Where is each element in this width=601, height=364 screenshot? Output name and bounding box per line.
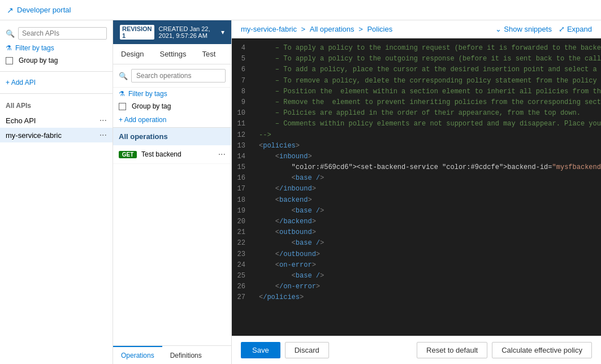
ops-filter-icon: ⚗ — [119, 90, 125, 98]
all-operations-label: All operations — [113, 128, 231, 145]
top-bar: ↗ Developer portal — [0, 0, 601, 20]
discard-button[interactable]: Discard — [285, 342, 329, 358]
api-name-echo: Echo API — [6, 116, 100, 125]
ops-filter-tags[interactable]: ⚗ Filter by tags — [113, 88, 231, 100]
dev-portal-label[interactable]: Developer portal — [17, 6, 71, 14]
search-apis-input[interactable] — [18, 27, 107, 40]
code-content[interactable]: – To apply a policy to the incoming requ… — [254, 38, 601, 336]
sidebar-group-by-tag[interactable]: Group by tag — [0, 54, 113, 67]
sidebar-search-container: 🔍 — [0, 25, 113, 42]
left-sidebar: 🔍 ⚗ Filter by tags Group by tag + Add AP… — [0, 20, 113, 364]
all-apis-label: All APIs — [0, 98, 113, 113]
save-button[interactable]: Save — [241, 342, 280, 358]
breadcrumb-ops[interactable]: All operations — [310, 25, 354, 33]
reset-to-default-button[interactable]: Reset to default — [417, 342, 487, 358]
right-actions: ⌄ Show snippets ⤢ Expand — [495, 25, 592, 33]
tab-design[interactable]: Design — [113, 45, 152, 64]
breadcrumb-api[interactable]: my-service-fabric — [241, 25, 297, 33]
op-more-button[interactable]: ··· — [218, 149, 226, 159]
revision-label: REVISION 1 — [120, 25, 154, 40]
ops-search-icon: 🔍 — [119, 72, 128, 80]
breadcrumb-sep-2: > — [358, 25, 365, 33]
chevron-down-icon[interactable]: ▾ — [221, 28, 224, 36]
bottom-tabs: Operations Definitions — [113, 345, 231, 364]
api-more-button-fabric[interactable]: ··· — [100, 131, 107, 140]
ops-group-checkbox[interactable] — [119, 103, 126, 110]
sidebar-api-item-fabric[interactable]: my-service-fabric ··· — [0, 128, 113, 142]
breadcrumb-policies: Policies — [367, 25, 392, 33]
sidebar-api-item-echo[interactable]: Echo API ··· — [0, 113, 113, 128]
bottom-tab-operations[interactable]: Operations — [113, 346, 162, 364]
show-snippets-button[interactable]: ⌄ Show snippets — [495, 25, 552, 33]
sidebar-divider-2 — [0, 93, 113, 94]
main-layout: 🔍 ⚗ Filter by tags Group by tag + Add AP… — [0, 20, 601, 364]
footer-right-actions: Reset to default Calculate effective pol… — [417, 342, 592, 358]
bottom-tab-definitions[interactable]: Definitions — [162, 346, 210, 364]
op-method-badge: GET — [119, 151, 137, 158]
api-name-fabric: my-service-fabric — [6, 131, 100, 140]
revision-info: CREATED Jan 22, 2021, 9:57:26 AM — [159, 25, 214, 39]
right-panel: my-service-fabric > All operations > Pol… — [232, 20, 601, 364]
add-operation-button[interactable]: + Add operation — [113, 112, 231, 128]
ops-search-container: 🔍 — [113, 64, 231, 88]
line-numbers: 4567891011121314151617181920212223242526… — [232, 38, 254, 336]
expand-button[interactable]: ⤢ Expand — [559, 25, 592, 33]
external-link-icon: ↗ — [7, 6, 14, 15]
tab-settings[interactable]: Settings — [152, 45, 194, 64]
op-name: Test backend — [141, 150, 218, 158]
sidebar-divider — [0, 71, 113, 72]
filter-icon: ⚗ — [6, 44, 12, 52]
right-panel-inner: my-service-fabric > All operations > Pol… — [232, 20, 601, 364]
right-header: my-service-fabric > All operations > Pol… — [232, 20, 601, 38]
expand-icon: ⤢ — [559, 25, 565, 33]
breadcrumb: my-service-fabric > All operations > Pol… — [241, 25, 392, 33]
add-api-button[interactable]: + Add API — [0, 76, 113, 89]
snippets-icon: ⌄ — [495, 25, 501, 33]
operation-item-test-backend[interactable]: GET Test backend ··· — [113, 145, 231, 164]
middle-panel: REVISION 1 CREATED Jan 22, 2021, 9:57:26… — [113, 20, 232, 364]
tab-test[interactable]: Test — [194, 45, 223, 64]
breadcrumb-sep-1: > — [301, 25, 308, 33]
group-by-tag-checkbox[interactable] — [6, 57, 13, 64]
tabs-bar: Design Settings Test Revisions Change lo… — [113, 44, 231, 64]
search-operations-input[interactable] — [131, 69, 226, 83]
api-more-button-echo[interactable]: ··· — [100, 116, 107, 125]
sidebar-filter-tags[interactable]: ⚗ Filter by tags — [0, 42, 113, 54]
code-editor[interactable]: 4567891011121314151617181920212223242526… — [232, 38, 601, 336]
calculate-effective-policy-button[interactable]: Calculate effective policy — [492, 342, 592, 358]
footer-left-actions: Save Discard — [241, 342, 329, 358]
right-footer: Save Discard Reset to default Calculate … — [232, 336, 601, 364]
search-icon: 🔍 — [6, 29, 15, 38]
ops-group-by-tag[interactable]: Group by tag — [113, 100, 231, 112]
revision-bar: REVISION 1 CREATED Jan 22, 2021, 9:57:26… — [113, 20, 231, 44]
